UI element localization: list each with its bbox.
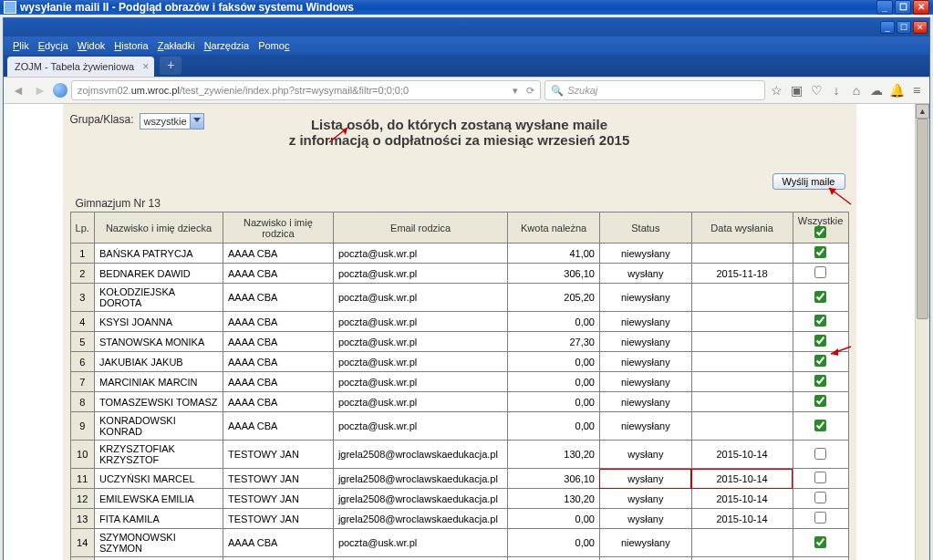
cell-email: poczta@usk.wr.pl [333,332,507,352]
back-button[interactable]: ◄ [9,81,27,99]
cell-checkbox [793,284,848,312]
cell-lp: 4 [70,312,94,332]
row-checkbox[interactable] [814,291,826,303]
row-checkbox[interactable] [814,472,826,483]
cell-status: niewysłany [599,392,691,412]
page-body: Lista osób, do których zostaną wysłane m… [63,104,856,560]
browser-maximize-button[interactable]: ☐ [897,21,911,34]
close-button[interactable]: ✕ [913,0,929,15]
row-checkbox[interactable] [814,246,826,258]
cell-amount: 0,00 [508,509,600,529]
cell-status: niewysłany [599,372,691,392]
table-row: 2BEDNAREK DAWIDAAAA CBApoczta@usk.wr.pl3… [70,264,848,284]
nav-toolbar: ◄ ► zojmsvm02.um.wroc.pl/test_zywienie/i… [4,77,929,104]
cell-status: wysłany [599,469,691,489]
cell-lp: 14 [70,529,94,557]
table-row: 6JAKUBIAK JAKUBAAAA CBApoczta@usk.wr.pl0… [70,352,848,372]
table-row: 8TOMASZEWSKI TOMASZAAAA CBApoczta@usk.wr… [70,392,848,412]
cell-email: poczta@usk.wr.pl [333,412,507,441]
home-icon[interactable]: ⌂ [849,83,864,98]
maximize-button[interactable]: ☐ [895,0,911,15]
menu-help[interactable]: Pomoc [258,40,289,51]
minimize-button[interactable]: _ [876,0,893,15]
cell-parent: TESTOWY JAN [223,489,334,509]
cell-status: niewysłany [599,332,691,352]
url-text-post: /test_zywienie/index.php?str=wysymail&fi… [180,85,409,96]
cell-checkbox [793,557,848,561]
content-viewport: Lista osób, do których zostaną wysłane m… [4,104,915,560]
send-mails-button[interactable]: Wyślij maile [772,173,845,190]
menu-bookmarks[interactable]: Zakładki [158,40,195,51]
cell-amount: 130,20 [508,441,600,469]
cell-email: poczta@usk.wr.pl [333,284,507,312]
title-line-2: z informacją o odpłatności za miesiąc wr… [63,132,856,148]
cell-child: BEDNAREK DAWID [94,264,223,284]
menu-view[interactable]: Widok [78,40,106,51]
cell-parent: AAAA CBA [223,372,334,392]
cell-child: FITA KAMILA [94,509,223,529]
group-label: Grupa/Klasa: [70,113,134,126]
browser-titlebar: _ ☐ ✕ [4,18,929,36]
table-row: 3KOŁODZIEJSKA DOROTAAAAA CBApoczta@usk.w… [70,284,848,312]
search-bar[interactable]: 🔍 Szukaj [544,80,765,100]
cell-amount: 0,00 [508,312,600,332]
cell-email: poczta@usk.wr.pl [333,352,507,372]
cell-date: 2015-10-14 [691,509,793,529]
cell-child: PAJĄCZEK WOJCIECH [94,557,223,561]
group-select[interactable]: wszystkie [140,113,204,130]
reload-icon[interactable]: ⟳ [526,85,534,97]
cell-status: niewysłany [599,284,691,312]
content-area: Lista osób, do których zostaną wysłane m… [4,104,929,560]
pocket-icon[interactable]: ▣ [789,83,803,98]
cell-parent: AAAA CBA [223,557,334,561]
cell-email: jgrela2508@wroclawskaedukacja.pl [333,441,507,469]
row-checkbox[interactable] [814,266,826,278]
downloads-icon[interactable]: ↓ [829,83,844,98]
url-dropdown-icon[interactable]: ▾ [513,85,518,97]
bookmark-star-icon[interactable]: ☆ [769,83,783,98]
cell-child: STANOWSKA MONIKA [94,332,223,352]
row-checkbox[interactable] [814,512,826,524]
menu-file[interactable]: PPliklik [13,40,29,51]
browser-minimize-button[interactable]: _ [880,21,895,34]
row-checkbox[interactable] [814,355,826,367]
address-bar[interactable]: zojmsvm02.um.wroc.pl/test_zywienie/index… [71,80,541,100]
forward-button[interactable]: ► [31,81,49,99]
tab-close-icon[interactable]: × [142,60,149,73]
addon-bell-icon[interactable]: 🔔 [889,83,904,98]
scroll-up-icon[interactable]: ▲ [916,104,929,119]
site-identity-icon[interactable] [53,83,67,98]
row-checkbox[interactable] [814,536,826,548]
row-checkbox[interactable] [814,420,826,431]
cell-child: MARCINIAK MARCIN [94,372,223,392]
row-checkbox[interactable] [814,395,826,407]
row-checkbox[interactable] [814,492,826,503]
cell-lp: 11 [70,469,94,489]
vertical-scrollbar[interactable]: ▲ ▼ [915,104,929,560]
shield-icon[interactable]: ♡ [809,83,824,98]
tab-active[interactable]: ZOJM - Tabela żywieniowa × [7,57,154,77]
cell-checkbox [793,264,848,284]
menu-tools[interactable]: Narzędzia [204,40,250,51]
new-tab-button[interactable]: + [160,57,181,75]
cell-email: jgrela2508@wroclawskaedukacja.pl [333,509,507,529]
menu-edit[interactable]: Edycja [38,40,68,51]
cell-date [691,529,793,557]
row-checkbox[interactable] [814,335,826,347]
cell-lp: 2 [70,264,94,284]
sync-icon[interactable]: ☁ [869,83,884,98]
cell-child: KSYSI JOANNA [94,312,223,332]
window-titlebar: wysyłanie maili II - Podgląd obrazów i f… [0,0,933,15]
select-all-checkbox[interactable] [814,226,826,238]
menu-history[interactable]: Historia [114,40,148,51]
row-checkbox[interactable] [814,375,826,387]
scroll-thumb[interactable] [917,119,928,319]
browser-close-button[interactable]: ✕ [913,21,928,34]
cell-checkbox [793,529,848,557]
row-checkbox[interactable] [814,315,826,327]
cell-parent: AAAA CBA [223,264,334,284]
hamburger-menu-icon[interactable]: ≡ [909,83,924,98]
cell-status: niewysłany [599,244,691,264]
toolbar-icons: ☆ ▣ ♡ ↓ ⌂ ☁ 🔔 ≡ [769,83,924,98]
row-checkbox[interactable] [814,448,826,460]
